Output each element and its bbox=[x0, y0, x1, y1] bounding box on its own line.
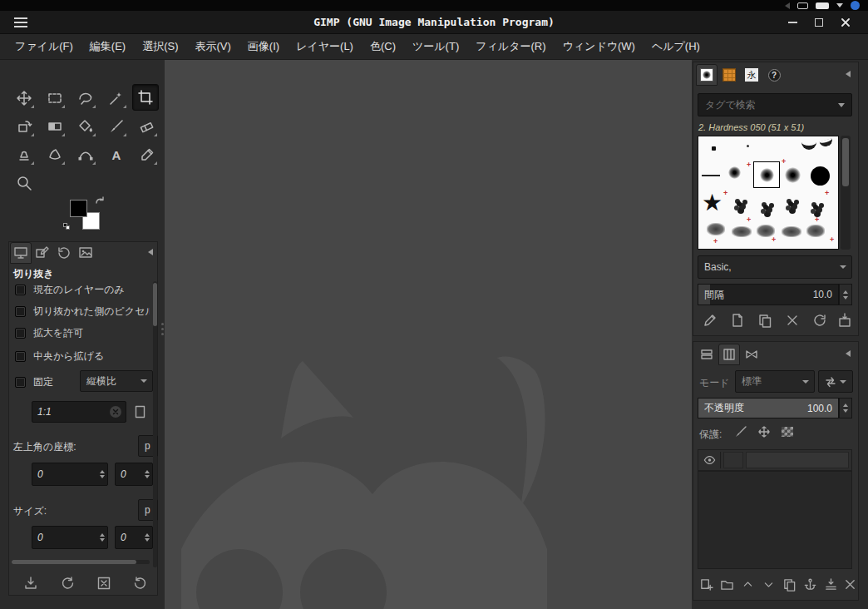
user-avatar[interactable] bbox=[851, 1, 860, 10]
brush-item[interactable] bbox=[712, 146, 716, 151]
tool-text[interactable]: A bbox=[106, 144, 127, 166]
brush-item[interactable] bbox=[788, 201, 793, 206]
tab-layers[interactable] bbox=[696, 344, 718, 365]
menu-layer[interactable]: レイヤー(L) bbox=[288, 34, 362, 59]
lock-position-button[interactable] bbox=[754, 423, 774, 441]
menu-image[interactable]: 画像(I) bbox=[239, 34, 288, 59]
checkbox-allow-growing[interactable] bbox=[15, 328, 26, 339]
tool-move[interactable] bbox=[13, 87, 35, 109]
link-cell[interactable] bbox=[723, 452, 743, 468]
tab-fonts[interactable]: 永 bbox=[741, 64, 762, 86]
position-x-spinbox[interactable]: 0 bbox=[32, 463, 108, 486]
clear-icon[interactable] bbox=[110, 406, 121, 418]
tool-gradient[interactable] bbox=[44, 116, 66, 137]
spacing-spinner[interactable] bbox=[839, 284, 852, 305]
brush-item[interactable] bbox=[707, 223, 725, 235]
brush-item-selected[interactable] bbox=[753, 161, 780, 188]
brush-item[interactable] bbox=[732, 226, 752, 237]
checkbox-current-layer-only[interactable] bbox=[15, 285, 26, 295]
tool-fuzzy-select[interactable] bbox=[106, 87, 127, 109]
mode-switch-button[interactable] bbox=[818, 370, 853, 393]
menu-edit[interactable]: 編集(E) bbox=[81, 34, 134, 59]
brush-item[interactable] bbox=[811, 166, 830, 186]
refresh-brushes-button[interactable] bbox=[809, 309, 831, 331]
merge-down-button[interactable] bbox=[821, 574, 841, 594]
brush-item[interactable] bbox=[782, 226, 801, 237]
battery-icon[interactable] bbox=[816, 2, 829, 9]
spinner-arrows[interactable] bbox=[145, 470, 152, 478]
brush-tag-filter-dropdown[interactable]: Basic, bbox=[698, 255, 852, 279]
brush-search-input[interactable] bbox=[698, 93, 852, 116]
restore-tool-preset-button[interactable] bbox=[55, 572, 80, 594]
opacity-spinner[interactable] bbox=[839, 398, 852, 418]
visibility-toggle[interactable] bbox=[698, 450, 720, 470]
spinner-arrows[interactable] bbox=[100, 533, 107, 542]
minimize-button[interactable] bbox=[782, 13, 802, 32]
reset-tool-options-button[interactable] bbox=[128, 572, 153, 594]
delete-layer-button[interactable] bbox=[840, 574, 860, 594]
position-y-spinbox[interactable]: 0 bbox=[115, 463, 153, 486]
brush-grid[interactable]: ★ + + + + + + + + + bbox=[698, 136, 839, 250]
tab-pointer[interactable] bbox=[75, 242, 96, 264]
layer-list-empty-area[interactable] bbox=[698, 471, 852, 569]
duplicate-layer-button[interactable] bbox=[779, 574, 799, 594]
tab-device-status[interactable] bbox=[32, 242, 53, 264]
tool-unified-transform[interactable] bbox=[13, 116, 35, 137]
tool-clone[interactable] bbox=[13, 144, 35, 166]
new-layer-button[interactable] bbox=[696, 574, 716, 594]
fixed-mode-dropdown[interactable]: 縦横比 bbox=[80, 370, 153, 392]
tab-paths[interactable] bbox=[741, 344, 762, 365]
tool-color-picker[interactable] bbox=[136, 144, 158, 166]
delete-tool-preset-button[interactable] bbox=[91, 572, 116, 594]
save-tool-preset-button[interactable] bbox=[18, 572, 43, 594]
brush-spacing-slider[interactable]: 間隔 10.0 bbox=[698, 284, 839, 305]
panel-splitter-handle[interactable] bbox=[161, 323, 164, 335]
lock-pixels-button[interactable] bbox=[731, 423, 751, 441]
tool-smudge[interactable] bbox=[44, 144, 66, 166]
tab-patterns[interactable] bbox=[718, 64, 740, 86]
tab-help[interactable]: ? bbox=[763, 64, 785, 86]
tool-zoom[interactable] bbox=[13, 172, 35, 194]
delete-brush-button[interactable] bbox=[782, 309, 803, 331]
volume-icon[interactable] bbox=[785, 2, 790, 9]
brush-item[interactable] bbox=[806, 225, 825, 237]
menu-view[interactable]: 表示(V) bbox=[187, 34, 239, 59]
layer-row[interactable] bbox=[698, 449, 852, 471]
maximize-button[interactable] bbox=[809, 13, 829, 32]
menu-tools[interactable]: ツール(T) bbox=[404, 34, 467, 59]
brush-item[interactable] bbox=[747, 145, 749, 147]
new-brush-button[interactable] bbox=[727, 309, 748, 331]
tab-undo-history[interactable] bbox=[53, 242, 75, 264]
tool-options-dock-menu-button[interactable] bbox=[145, 246, 156, 258]
menu-colors[interactable]: 色(C) bbox=[362, 34, 404, 59]
close-button[interactable] bbox=[836, 13, 856, 32]
menu-file[interactable]: ファイル(F) bbox=[7, 34, 81, 59]
swap-colors-icon[interactable] bbox=[95, 196, 108, 206]
canvas-area[interactable] bbox=[165, 60, 692, 609]
tool-free-select[interactable] bbox=[75, 87, 96, 109]
tab-channels[interactable] bbox=[718, 344, 740, 365]
tool-paintbrush[interactable] bbox=[106, 116, 127, 137]
raise-layer-button[interactable] bbox=[737, 574, 757, 594]
aspect-ratio-field[interactable]: 1:1 bbox=[32, 401, 126, 423]
tool-rectangle-select[interactable] bbox=[44, 87, 66, 109]
size-width-spinbox[interactable]: 0 bbox=[32, 526, 108, 549]
brush-item[interactable] bbox=[737, 201, 742, 206]
portrait-orientation-button[interactable] bbox=[131, 403, 148, 421]
spinner-arrows[interactable] bbox=[145, 533, 152, 542]
foreground-color-swatch[interactable] bbox=[70, 200, 87, 217]
layer-mode-dropdown[interactable]: 標準 bbox=[735, 370, 815, 393]
layer-name-cell[interactable] bbox=[746, 452, 849, 468]
layer-opacity-slider[interactable]: 不透明度 100.0 bbox=[698, 398, 839, 418]
layers-dock-menu-button[interactable] bbox=[842, 348, 854, 359]
brush-item[interactable] bbox=[785, 167, 801, 183]
tool-options-horizontal-scrollbar[interactable] bbox=[12, 560, 150, 564]
brush-grid-scrollbar[interactable] bbox=[841, 136, 851, 250]
checkbox-expand-from-center[interactable] bbox=[15, 351, 26, 362]
tool-paths[interactable] bbox=[75, 144, 96, 166]
tool-bucket-fill[interactable] bbox=[75, 116, 96, 137]
spinner-arrows[interactable] bbox=[100, 470, 107, 478]
brush-item[interactable] bbox=[813, 205, 818, 210]
menu-windows[interactable]: ウィンドウ(W) bbox=[554, 34, 643, 59]
chevron-down-icon[interactable] bbox=[836, 3, 843, 7]
